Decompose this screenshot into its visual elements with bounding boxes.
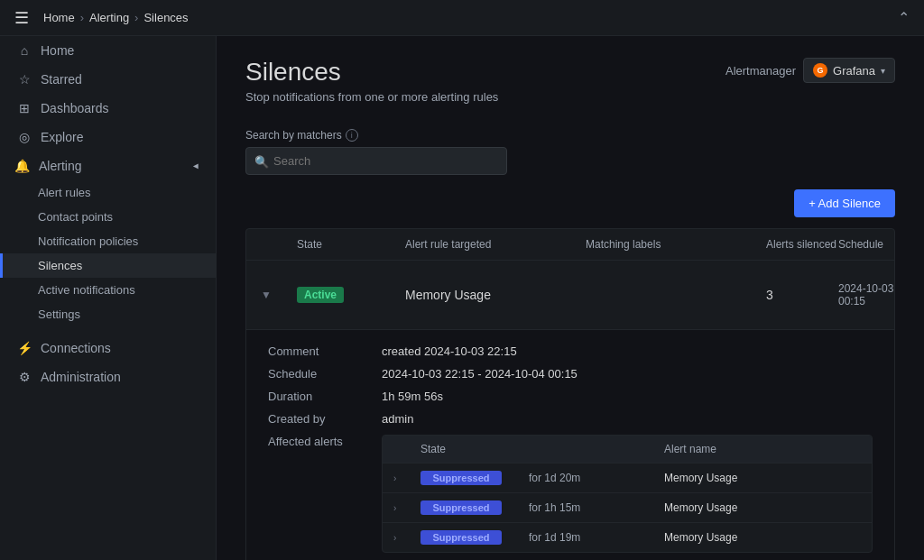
breadcrumb-current: Silences bbox=[143, 11, 188, 24]
alert-rules-label: Alert rules bbox=[38, 186, 91, 199]
alertmanager-chevron-icon: ▾ bbox=[881, 66, 885, 76]
layout: ⌂ Home ☆ Starred ⊞ Dashboards ◎ Explore … bbox=[0, 36, 924, 560]
notification-policies-label: Notification policies bbox=[38, 234, 138, 248]
star-icon: ☆ bbox=[17, 72, 32, 87]
silences-table: State Alert rule targeted Matching label… bbox=[245, 228, 895, 560]
row-chevron-icon[interactable]: › bbox=[393, 533, 420, 543]
collapse-icon[interactable]: ⌃ bbox=[898, 9, 910, 26]
schedule-label: Schedule bbox=[268, 367, 367, 381]
alertmanager-label: Alertmanager bbox=[725, 64, 796, 78]
search-section: Search by matchers i 🔍 bbox=[245, 129, 895, 175]
sidebar-item-active-notifications[interactable]: Active notifications bbox=[0, 278, 216, 302]
duration-value: 1h 59m 56s bbox=[382, 390, 873, 403]
add-silence-row: + Add Silence bbox=[245, 189, 895, 217]
search-input[interactable] bbox=[245, 147, 507, 175]
affected-row-alert-3: Memory Usage bbox=[664, 531, 861, 544]
col-state: State bbox=[297, 238, 405, 251]
search-icon: 🔍 bbox=[254, 154, 269, 168]
info-icon[interactable]: i bbox=[346, 129, 358, 142]
list-item: › Suppressed for 1h 15m Memory Usage bbox=[383, 493, 872, 523]
sidebar-item-starred-label: Starred bbox=[41, 72, 82, 87]
sidebar-item-settings[interactable]: Settings bbox=[0, 302, 216, 326]
page-header: Silences Stop notifications from one or … bbox=[245, 58, 498, 122]
suppressed-badge-2: Suppressed bbox=[420, 500, 529, 515]
row-alert-rule: Memory Usage bbox=[405, 288, 586, 302]
menu-icon[interactable]: ☰ bbox=[14, 8, 29, 28]
col-expand bbox=[261, 238, 297, 251]
duration-label: Duration bbox=[268, 390, 367, 403]
comment-value: created 2024-10-03 22:15 bbox=[382, 344, 873, 358]
col-matching-labels: Matching labels bbox=[586, 238, 766, 251]
sidebar-item-notification-policies[interactable]: Notification policies bbox=[0, 229, 216, 253]
settings-label: Settings bbox=[38, 308, 80, 321]
connections-label: Connections bbox=[41, 341, 111, 355]
row-expand-icon[interactable]: ▼ bbox=[261, 289, 297, 301]
table-header: State Alert rule targeted Matching label… bbox=[246, 229, 894, 261]
breadcrumb: Home › Alerting › Silences bbox=[43, 11, 189, 24]
sidebar-item-explore-label: Explore bbox=[41, 130, 83, 144]
sidebar-item-administration[interactable]: ⚙ Administration bbox=[0, 363, 216, 391]
add-silence-button[interactable]: + Add Silence bbox=[794, 189, 895, 217]
search-label: Search by matchers i bbox=[245, 129, 895, 142]
alerting-icon: 🔔 bbox=[14, 159, 30, 173]
breadcrumb-sep-1: › bbox=[80, 11, 84, 24]
list-item: › Suppressed for 1d 19m Memory Usage bbox=[383, 523, 872, 552]
page-subtitle: Stop notifications from one or more aler… bbox=[245, 90, 498, 104]
comment-label: Comment bbox=[268, 344, 367, 358]
contact-points-label: Contact points bbox=[38, 210, 113, 224]
affected-row-alert-1: Memory Usage bbox=[664, 472, 861, 484]
affected-col-alert-name: Alert name bbox=[664, 443, 861, 455]
col-schedule: Schedule bbox=[838, 238, 895, 251]
affected-row-duration-2: for 1h 15m bbox=[529, 501, 664, 514]
administration-icon: ⚙ bbox=[17, 370, 32, 384]
sidebar-item-silences[interactable]: Silences bbox=[0, 253, 216, 278]
list-item: › Suppressed for 1d 20m Memory Usage bbox=[383, 464, 872, 493]
row-schedule: 2024-10-03 22:15 - 2024-10-04 00:15 bbox=[838, 282, 895, 308]
col-alerts-silenced: Alerts silenced bbox=[766, 238, 838, 251]
table-row: ▼ Active Memory Usage 3 2024-10-03 22:15… bbox=[246, 261, 894, 330]
row-state-badge: Active bbox=[297, 287, 405, 303]
alertmanager-select[interactable]: G Grafana ▾ bbox=[803, 58, 895, 83]
sidebar-item-connections[interactable]: ⚡ Connections bbox=[0, 334, 216, 363]
grafana-icon: G bbox=[813, 63, 827, 78]
topbar-right: ⌃ bbox=[898, 9, 910, 26]
alerting-chevron-icon: ▼ bbox=[192, 161, 202, 170]
alertmanager-value: Grafana bbox=[833, 64, 875, 78]
dashboards-icon: ⊞ bbox=[17, 101, 32, 115]
breadcrumb-sep-2: › bbox=[134, 11, 138, 24]
suppressed-badge-3: Suppressed bbox=[420, 530, 529, 545]
administration-label: Administration bbox=[41, 370, 121, 384]
silences-label: Silences bbox=[38, 259, 82, 272]
sidebar-item-contact-points[interactable]: Contact points bbox=[0, 205, 216, 229]
expanded-detail: Comment created 2024-10-03 22:15 Schedul… bbox=[246, 330, 894, 560]
breadcrumb-alerting[interactable]: Alerting bbox=[89, 11, 129, 24]
row-chevron-icon[interactable]: › bbox=[393, 503, 420, 513]
sidebar-item-home[interactable]: ⌂ Home bbox=[0, 36, 216, 65]
sidebar: ⌂ Home ☆ Starred ⊞ Dashboards ◎ Explore … bbox=[0, 36, 217, 560]
affected-col-state: State bbox=[420, 443, 529, 455]
home-icon: ⌂ bbox=[17, 43, 32, 58]
affected-table-header: State Alert name bbox=[383, 436, 872, 464]
sidebar-item-alerting-label: Alerting bbox=[39, 159, 81, 173]
affected-row-duration-3: for 1d 19m bbox=[529, 531, 664, 544]
explore-icon: ◎ bbox=[17, 130, 32, 144]
sidebar-item-dashboards[interactable]: ⊞ Dashboards bbox=[0, 94, 216, 123]
affected-row-alert-2: Memory Usage bbox=[664, 501, 861, 514]
sidebar-item-dashboards-label: Dashboards bbox=[41, 101, 109, 115]
sidebar-item-alert-rules[interactable]: Alert rules bbox=[0, 180, 216, 205]
row-alerts-silenced: 3 bbox=[766, 288, 838, 302]
alertmanager-bar: Alertmanager G Grafana ▾ bbox=[725, 58, 895, 83]
row-chevron-icon[interactable]: › bbox=[393, 473, 420, 483]
search-input-wrapper: 🔍 bbox=[245, 147, 507, 175]
schedule-value: 2024-10-03 22:15 - 2024-10-04 00:15 bbox=[382, 367, 873, 381]
created-by-label: Created by bbox=[268, 412, 367, 426]
topbar: ☰ Home › Alerting › Silences ⌃ bbox=[0, 0, 924, 36]
page-title: Silences bbox=[245, 58, 498, 87]
sidebar-item-explore[interactable]: ◎ Explore bbox=[0, 123, 216, 151]
main-content: Silences Stop notifications from one or … bbox=[217, 36, 924, 560]
created-by-value: admin bbox=[382, 412, 873, 426]
sidebar-item-starred[interactable]: ☆ Starred bbox=[0, 65, 216, 94]
breadcrumb-home[interactable]: Home bbox=[43, 11, 75, 24]
sidebar-item-home-label: Home bbox=[41, 43, 74, 58]
sidebar-item-alerting[interactable]: 🔔 Alerting ▼ bbox=[0, 151, 216, 180]
